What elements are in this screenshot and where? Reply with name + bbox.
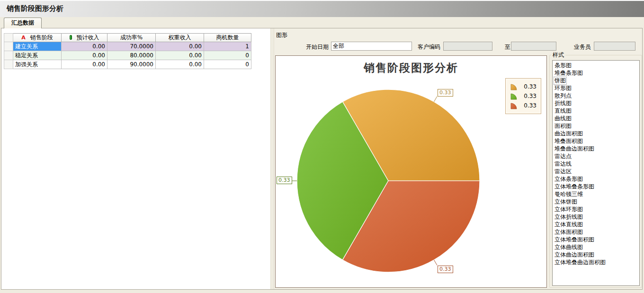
pie-data-label: 0.33 (438, 266, 453, 273)
start-date-label: 开始日期 (306, 43, 329, 51)
style-list-item[interactable]: 雷达点 (554, 152, 639, 160)
graph-panel-label: 图形 (276, 31, 287, 39)
style-list-item[interactable]: 立体曲边面积图 (554, 251, 639, 258)
legend-swatch-icon (510, 92, 520, 100)
pie-data-label: 0.33 (277, 177, 292, 184)
app-window: 销售阶段图形分析 汇总数据 A销售阶段 预计收入 成功率% 权重收入 商机数量 … (0, 0, 644, 293)
text-type-icon: A (21, 35, 26, 41)
customer-code-label: 客户编码 (418, 43, 440, 51)
cell-weighted[interactable]: 0.00 (156, 42, 204, 51)
style-list-item[interactable]: 立体折线图 (554, 213, 639, 221)
cell-count[interactable]: 0 (204, 51, 251, 60)
cell-success[interactable]: 90.0000 (107, 60, 156, 69)
legend-item: 0.33 (510, 101, 537, 110)
style-list-item[interactable]: 饼图 (554, 77, 639, 84)
style-list-item[interactable]: 条形图 (554, 62, 639, 69)
style-list-item[interactable]: 堆叠曲边面积图 (554, 145, 639, 152)
row-header[interactable] (4, 42, 13, 51)
legend-value: 0.33 (524, 93, 537, 99)
legend-value: 0.33 (524, 83, 537, 90)
cell-count[interactable]: 0 (204, 60, 251, 69)
to-date-input[interactable] (511, 42, 556, 51)
cell-stage-selected[interactable]: 建立关系 (13, 42, 62, 51)
legend-item: 0.33 (510, 82, 537, 91)
column-header-success[interactable]: 成功率% (107, 34, 156, 42)
cell-weighted[interactable]: 0.00 (156, 60, 204, 69)
style-list-item[interactable]: 立体直线图 (554, 221, 639, 228)
table-header-row: A销售阶段 预计收入 成功率% 权重收入 商机数量 (4, 34, 251, 42)
column-header-stage[interactable]: A销售阶段 (13, 34, 62, 42)
pie-label-leader (434, 97, 438, 102)
table-row: 加强关系 0.00 90.0000 0.00 0 (4, 60, 251, 69)
style-list-item[interactable]: 立体堆叠条形图 (554, 183, 639, 190)
cell-stage[interactable]: 加强关系 (13, 60, 62, 69)
style-list-item[interactable]: 折线图 (554, 99, 639, 107)
style-list-item[interactable]: 曼哈顿三维 (554, 190, 639, 198)
style-list-item[interactable]: 立体曲线图 (554, 243, 639, 251)
style-panel-label: 样式 (551, 51, 565, 59)
legend-swatch-icon (510, 83, 520, 90)
chart-area: 销售阶段图形分析 0.330.330.33 0.330.330.33 (275, 55, 547, 288)
legend-swatch-icon (510, 102, 520, 109)
cell-stage[interactable]: 稳定关系 (13, 51, 62, 60)
style-list-item[interactable]: 堆叠条形图 (554, 69, 639, 77)
column-header-expected[interactable]: 预计收入 (62, 34, 107, 42)
style-list-item[interactable]: 散列点 (554, 92, 639, 99)
style-list-item[interactable]: 立体堆叠曲边面积图 (554, 258, 639, 266)
cell-weighted[interactable]: 0.00 (156, 51, 204, 60)
style-list: 条形图 堆叠条形图 饼图 环形图 散列点 折线图 直线图 曲线图 面积图 曲边面… (552, 60, 640, 286)
table-row: 建立关系 0.00 70.0000 0.00 1 (4, 42, 251, 51)
chart-legend: 0.330.330.33 (505, 78, 541, 114)
style-list-item[interactable]: 雷达线 (554, 160, 639, 168)
legend-value: 0.33 (524, 102, 537, 109)
summary-table: A销售阶段 预计收入 成功率% 权重收入 商机数量 建立关系 0.00 70.0… (4, 33, 251, 69)
salesman-label: 业务员 (574, 43, 591, 51)
style-list-item[interactable]: 直线图 (554, 107, 639, 115)
style-list-item[interactable]: 雷达区 (554, 168, 639, 175)
style-list-item[interactable]: 立体堆叠面积图 (554, 236, 639, 243)
to-label: 至 (505, 43, 510, 51)
salesman-input[interactable] (594, 42, 635, 51)
style-list-item[interactable]: 曲线图 (554, 115, 639, 122)
cell-success[interactable]: 70.0000 (107, 42, 156, 51)
tab-summary-data[interactable]: 汇总数据 (4, 18, 42, 28)
style-list-item[interactable]: 立体面积图 (554, 228, 639, 236)
customer-code-input[interactable] (443, 42, 492, 51)
style-list-item[interactable]: 立体饼图 (554, 198, 639, 205)
pie-label-leader (434, 260, 438, 265)
style-list-item[interactable]: 立体条形图 (554, 175, 639, 183)
style-list-item[interactable]: 环形图 (554, 84, 639, 92)
cell-expected[interactable]: 0.00 (62, 51, 107, 60)
panel-splitter[interactable] (270, 28, 274, 289)
cell-expected[interactable]: 0.00 (62, 42, 107, 51)
table-row: 稳定关系 0.00 80.0000 0.00 0 (4, 51, 251, 60)
page-title: 销售阶段图形分析 (7, 4, 63, 13)
style-list-item[interactable]: 立体环形图 (554, 205, 639, 213)
cell-count[interactable]: 1 (204, 42, 251, 51)
row-header[interactable] (4, 51, 13, 60)
window-titlebar: 销售阶段图形分析 (0, 0, 644, 17)
pie-data-label: 0.33 (438, 89, 453, 97)
cell-success[interactable]: 80.0000 (107, 51, 156, 60)
row-header-corner (4, 34, 13, 42)
start-date-input[interactable] (331, 42, 412, 51)
column-header-count[interactable]: 商机数量 (204, 34, 251, 42)
row-header[interactable] (4, 60, 13, 69)
numeric-type-icon (70, 35, 72, 40)
cell-expected[interactable]: 0.00 (62, 60, 107, 69)
legend-item: 0.33 (510, 91, 537, 101)
style-list-item[interactable]: 面积图 (554, 122, 639, 130)
style-list-item[interactable]: 堆叠面积图 (554, 137, 639, 145)
column-header-weighted[interactable]: 权重收入 (156, 34, 204, 42)
style-list-item[interactable]: 曲边面积图 (554, 130, 639, 137)
